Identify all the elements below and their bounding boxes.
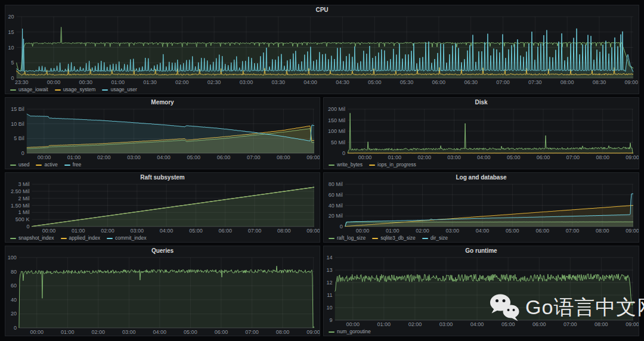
svg-text:05:00: 05:00	[501, 321, 515, 327]
svg-text:00:00: 00:00	[38, 154, 51, 160]
panel-log-and-database: Log and database 020 Mil40 Mil60 Mil80 M…	[323, 172, 639, 243]
svg-text:1.50 Mil: 1.50 Mil	[11, 203, 30, 209]
legend-label: applied_index	[69, 234, 100, 242]
svg-text:11: 11	[327, 292, 332, 298]
panel-title[interactable]: Memory	[5, 98, 320, 106]
legend-item[interactable]: usage_user	[102, 86, 137, 94]
chart-plot[interactable]: 020 Mil40 Mil60 Mil80 Mil00:0001:0002:00…	[324, 181, 639, 234]
svg-text:04:00: 04:00	[477, 154, 491, 160]
legend: num_goroutine	[324, 328, 639, 336]
legend-item[interactable]: active	[36, 161, 57, 169]
svg-text:60: 60	[11, 283, 17, 289]
chart-plot[interactable]: 05 Bil10 Bil15 Bil00:0001:0002:0003:0004…	[5, 106, 320, 161]
chart-plot[interactable]: 0510152023:3000:0000:3001:0001:3002:0002…	[5, 14, 639, 86]
svg-text:06:00: 06:00	[217, 154, 231, 160]
svg-text:06:30: 06:30	[464, 79, 478, 85]
panel-go-runtime: Go runtime 9101112131400:0001:0002:0003:…	[323, 246, 639, 336]
chart-plot[interactable]: 050 Mil100 Mil150 Mil200 Mil00:0001:0002…	[324, 106, 639, 161]
svg-text:07:00: 07:00	[247, 154, 261, 160]
legend-label: write_bytes	[337, 161, 363, 169]
svg-text:00:00: 00:00	[47, 79, 61, 85]
svg-text:5 Bil: 5 Bil	[14, 135, 24, 141]
svg-text:04:00: 04:00	[304, 79, 317, 85]
svg-text:09:00: 09:00	[626, 321, 639, 327]
svg-text:2 Mil: 2 Mil	[18, 196, 29, 202]
panel-raft-subsystem: Raft subsystem 0500 K1 Mil1.50 Mil2 Mil2…	[5, 172, 320, 243]
legend-item[interactable]: iops_in_progress	[369, 161, 416, 169]
panel-title[interactable]: CPU	[5, 5, 639, 14]
svg-text:02:00: 02:00	[101, 228, 114, 234]
svg-text:01:00: 01:00	[61, 329, 75, 335]
svg-text:07:30: 07:30	[528, 79, 542, 85]
svg-text:01:00: 01:00	[72, 228, 85, 234]
svg-text:9: 9	[330, 317, 333, 323]
legend: raft_log_sizesqlite3_db_sizedir_size	[324, 234, 639, 242]
svg-text:03:00: 03:00	[447, 154, 461, 160]
legend-item[interactable]: write_bytes	[329, 161, 363, 169]
svg-text:04:00: 04:00	[476, 228, 490, 234]
legend-swatch	[61, 238, 67, 239]
svg-text:02:00: 02:00	[417, 154, 431, 160]
svg-text:00:00: 00:00	[346, 321, 360, 327]
legend-item[interactable]: dir_size	[422, 234, 448, 242]
raft-chart[interactable]: 0500 K1 Mil1.50 Mil2 Mil2.50 Mil3 Mil00:…	[5, 181, 320, 234]
disk-chart[interactable]: 050 Mil100 Mil150 Mil200 Mil00:0001:0002…	[324, 106, 639, 161]
chart-plot[interactable]: 9101112131400:0001:0002:0003:0004:0005:0…	[324, 255, 639, 328]
svg-text:09:00: 09:00	[625, 79, 639, 85]
svg-text:12: 12	[327, 280, 333, 286]
svg-text:01:00: 01:00	[111, 79, 125, 85]
panel-title[interactable]: Go runtime	[324, 246, 639, 255]
legend-item[interactable]: num_goroutine	[329, 328, 371, 336]
log-database-chart[interactable]: 020 Mil40 Mil60 Mil80 Mil00:0001:0002:00…	[324, 181, 639, 234]
svg-text:200 Mil: 200 Mil	[328, 106, 345, 112]
svg-text:02:00: 02:00	[408, 321, 422, 327]
panel-title[interactable]: Raft subsystem	[5, 173, 320, 181]
svg-text:0: 0	[11, 75, 14, 81]
chart-plot[interactable]: 02040608010000:0001:0002:0003:0004:0005:…	[5, 255, 320, 336]
legend-item[interactable]: applied_index	[61, 234, 100, 242]
go-runtime-chart[interactable]: 9101112131400:0001:0002:0003:0004:0005:0…	[324, 255, 639, 328]
legend-item[interactable]: snapshot_index	[10, 234, 54, 242]
svg-text:06:00: 06:00	[218, 228, 232, 234]
legend-label: usage_system	[63, 86, 96, 94]
svg-text:07:00: 07:00	[566, 228, 580, 234]
svg-text:05:00: 05:00	[189, 228, 203, 234]
svg-text:02:00: 02:00	[175, 79, 189, 85]
dashboard-background: { "watermark": { "text": "Go语言中文网", "ico…	[0, 0, 644, 341]
legend-item[interactable]: commit_index	[107, 234, 146, 242]
svg-text:08:00: 08:00	[595, 321, 608, 327]
panel-queries: Queries 02040608010000:0001:0002:0003:00…	[5, 246, 320, 336]
legend-item[interactable]: raft_log_size	[329, 234, 366, 242]
svg-text:02:30: 02:30	[208, 79, 221, 85]
svg-text:01:30: 01:30	[143, 79, 157, 85]
svg-text:00:30: 00:30	[79, 79, 93, 85]
svg-text:15: 15	[8, 29, 14, 35]
legend-item[interactable]: usage_system	[55, 86, 96, 94]
legend-label: num_goroutine	[337, 328, 371, 336]
legend-item[interactable]: used	[10, 161, 29, 169]
svg-text:03:30: 03:30	[271, 79, 285, 85]
svg-text:23:30: 23:30	[15, 79, 29, 85]
svg-text:01:00: 01:00	[377, 321, 391, 327]
svg-text:05:00: 05:00	[506, 228, 519, 234]
svg-text:05:00: 05:00	[368, 79, 382, 85]
svg-text:2.50 Mil: 2.50 Mil	[11, 188, 30, 194]
svg-text:100 Mil: 100 Mil	[328, 128, 345, 134]
legend-item[interactable]: free	[64, 161, 82, 169]
panel-cpu: CPU 0510152023:3000:0000:3001:0001:3002:…	[5, 5, 639, 94]
legend-item[interactable]: sqlite3_db_size	[372, 234, 416, 242]
panel-title[interactable]: Log and database	[324, 173, 639, 181]
panel-title[interactable]: Queries	[5, 246, 320, 255]
svg-text:08:00: 08:00	[596, 228, 609, 234]
legend-label: dir_size	[431, 234, 448, 242]
memory-chart[interactable]: 05 Bil10 Bil15 Bil00:0001:0002:0003:0004…	[5, 106, 320, 161]
cpu-chart[interactable]: 0510152023:3000:0000:3001:0001:3002:0002…	[5, 14, 639, 86]
queries-chart[interactable]: 02040608010000:0001:0002:0003:0004:0005:…	[5, 255, 320, 336]
panel-title[interactable]: Disk	[324, 98, 639, 106]
chart-plot[interactable]: 0500 K1 Mil1.50 Mil2 Mil2.50 Mil3 Mil00:…	[5, 181, 320, 234]
svg-text:08:00: 08:00	[561, 79, 574, 85]
svg-text:14: 14	[327, 255, 333, 261]
legend-item[interactable]: usage_iowait	[10, 86, 48, 94]
svg-text:09:00: 09:00	[306, 329, 320, 335]
svg-text:05:00: 05:00	[507, 154, 521, 160]
